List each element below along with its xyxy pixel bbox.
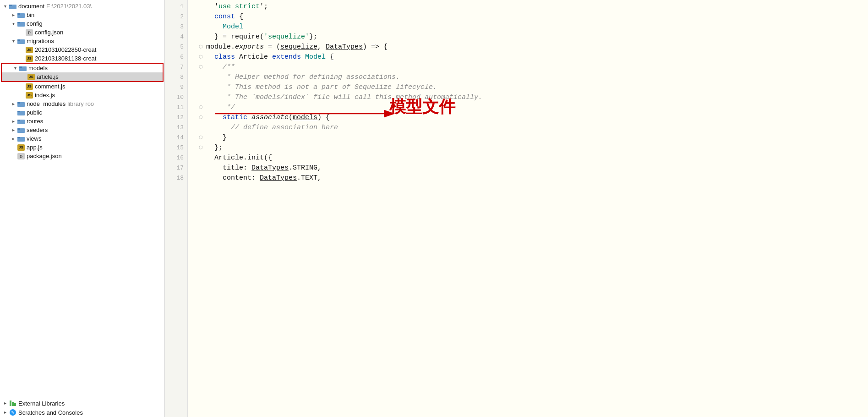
line-number-18: 18 bbox=[165, 173, 184, 183]
code-line-15: }; bbox=[197, 143, 868, 153]
token: associate bbox=[251, 113, 289, 123]
line-number-4: 4 bbox=[165, 32, 184, 42]
line-number-15: 15 bbox=[165, 143, 184, 153]
sidebar-item-package-json[interactable]: {} package.json bbox=[0, 152, 164, 160]
token: DataTypes bbox=[251, 163, 289, 173]
token: 'sequelize' bbox=[264, 32, 309, 42]
token: Article.init({ bbox=[206, 153, 272, 163]
index-js-icon: JS bbox=[26, 92, 33, 99]
line-number-16: 16 bbox=[165, 153, 184, 163]
token: use strict bbox=[218, 2, 260, 12]
sidebar-item-app-js[interactable]: JS app.js bbox=[0, 143, 164, 152]
fold-gutter-7[interactable] bbox=[197, 62, 204, 72]
fold-gutter-6[interactable] bbox=[197, 52, 204, 62]
article-js-label: article.js bbox=[37, 73, 59, 80]
token: } = require( bbox=[206, 32, 264, 42]
sidebar-item-routes[interactable]: routes bbox=[0, 117, 164, 126]
svg-rect-20 bbox=[10, 401, 11, 406]
scratches-icon: ✎ bbox=[9, 409, 16, 416]
token: Article bbox=[235, 52, 272, 62]
token: class bbox=[214, 52, 235, 62]
app-js-icon: JS bbox=[17, 144, 25, 151]
sidebar-item-config[interactable]: config bbox=[0, 19, 164, 28]
node-modules-label: node_modules bbox=[27, 100, 66, 107]
sidebar-item-node-modules[interactable]: node_modules library roo bbox=[0, 99, 164, 108]
token bbox=[247, 113, 251, 123]
models-group-highlight: models JS article.js bbox=[1, 63, 164, 82]
comment-js-label: comment.js bbox=[35, 83, 65, 90]
seeders-label: seeders bbox=[27, 126, 48, 133]
token bbox=[206, 52, 214, 62]
models-chevron bbox=[12, 65, 18, 71]
fold-gutter-15[interactable] bbox=[197, 143, 204, 153]
sidebar-item-migration2[interactable]: JS 20210313081138-creat bbox=[0, 54, 164, 63]
token: * Helper method for defining association… bbox=[206, 72, 400, 82]
code-line-7: /** bbox=[197, 62, 868, 72]
svg-rect-11 bbox=[17, 102, 20, 104]
code-line-17: title: DataTypes.STRING, bbox=[197, 163, 868, 173]
migration1-label: 20210310022850-creat bbox=[35, 46, 96, 53]
config-folder-icon bbox=[17, 21, 25, 27]
token bbox=[206, 12, 214, 22]
line-number-2: 2 bbox=[165, 12, 184, 22]
config-json-icon: {} bbox=[26, 29, 33, 36]
svg-rect-15 bbox=[17, 120, 20, 121]
sidebar-item-external-libraries[interactable]: External Libraries bbox=[0, 399, 164, 408]
token: }; bbox=[206, 143, 223, 153]
sidebar-item-article-js[interactable]: JS article.js bbox=[2, 72, 163, 81]
ext-lib-chevron bbox=[2, 400, 8, 406]
svg-rect-22 bbox=[14, 403, 16, 406]
sidebar-item-comment-js[interactable]: JS comment.js bbox=[0, 82, 164, 91]
sidebar-item-bin[interactable]: bin bbox=[0, 11, 164, 19]
sidebar-item-public[interactable]: public bbox=[0, 108, 164, 117]
root-folder-icon bbox=[9, 3, 16, 10]
token: .STRING, bbox=[289, 163, 322, 173]
node-modules-chevron bbox=[10, 101, 16, 107]
line-number-17: 17 bbox=[165, 163, 184, 173]
sidebar-item-scratches[interactable]: ✎ Scratches and Consoles bbox=[0, 408, 164, 417]
code-line-8: * Helper method for defining association… bbox=[197, 72, 868, 82]
token bbox=[206, 22, 223, 32]
fold-gutter-11[interactable] bbox=[197, 103, 204, 113]
scratches-label: Scratches and Consoles bbox=[18, 409, 83, 416]
svg-rect-17 bbox=[17, 128, 20, 130]
fold-gutter-5[interactable] bbox=[197, 42, 204, 52]
public-label: public bbox=[27, 109, 42, 116]
sidebar-item-index-js[interactable]: JS index.js bbox=[0, 91, 164, 99]
line-number-13: 13 bbox=[165, 123, 184, 133]
sidebar-item-seeders[interactable]: seeders bbox=[0, 126, 164, 134]
code-line-3: Model bbox=[197, 22, 868, 32]
article-js-icon: JS bbox=[27, 74, 35, 80]
token: extends bbox=[272, 52, 301, 62]
seeders-chevron bbox=[10, 127, 16, 133]
code-line-6: class Article extends Model { bbox=[197, 52, 868, 62]
svg-text:✎: ✎ bbox=[11, 410, 15, 415]
fold-gutter-12[interactable] bbox=[197, 113, 204, 123]
sidebar-item-migration1[interactable]: JS 20210310022850-creat bbox=[0, 45, 164, 54]
fold-gutter-14[interactable] bbox=[197, 133, 204, 143]
root-path: E:\2021\2021.03\ bbox=[46, 3, 92, 10]
token: ( bbox=[289, 113, 293, 123]
node-modules-extra: library roo bbox=[67, 100, 94, 107]
sidebar-item-migrations[interactable]: migrations bbox=[0, 37, 164, 45]
code-line-16: Article.init({ bbox=[197, 153, 868, 163]
token bbox=[206, 113, 223, 123]
migration2-label: 20210313081138-creat bbox=[35, 55, 96, 62]
public-folder-icon bbox=[17, 110, 25, 116]
line-number-14: 14 bbox=[165, 133, 184, 143]
code-content[interactable]: 'use strict'; const { Model } = require(… bbox=[188, 0, 868, 417]
sidebar-item-config-json[interactable]: {} config.json bbox=[0, 28, 164, 37]
token: content: bbox=[206, 173, 260, 183]
root-label: document bbox=[18, 3, 44, 10]
token: sequelize bbox=[280, 42, 317, 52]
config-json-label: config.json bbox=[35, 29, 63, 36]
package-json-icon: {} bbox=[17, 153, 25, 159]
sidebar-item-views[interactable]: views bbox=[0, 134, 164, 143]
bin-label: bin bbox=[27, 11, 34, 18]
tree-root[interactable]: document E:\2021\2021.03\ bbox=[0, 2, 164, 11]
sidebar-item-models[interactable]: models bbox=[2, 64, 163, 72]
migration2-js-icon: JS bbox=[26, 55, 33, 62]
code-line-10: * The `models/index` file will call this… bbox=[197, 93, 868, 103]
node-modules-folder-icon bbox=[17, 101, 25, 107]
code-line-18: content: DataTypes.TEXT, bbox=[197, 173, 868, 183]
